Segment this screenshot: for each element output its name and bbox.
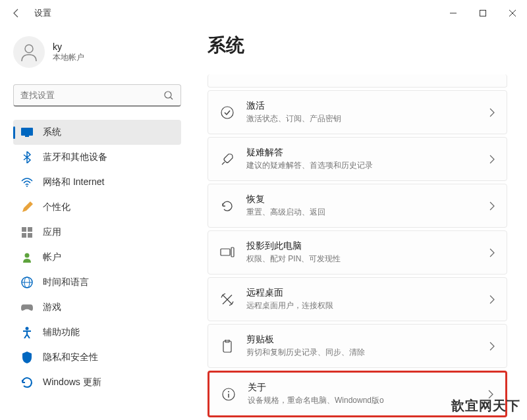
arrow-left-icon — [11, 8, 22, 18]
setting-desc: 建议的疑难解答、首选项和历史记录 — [246, 160, 478, 171]
svg-point-9 — [26, 186, 28, 187]
recovery-icon — [220, 199, 235, 213]
troubleshoot-icon — [220, 152, 235, 167]
network-icon — [21, 176, 33, 188]
setting-desc: 设备规格，重命名电脑、Windownd版o — [248, 395, 476, 406]
nav-item-gaming[interactable]: 游戏 — [13, 295, 181, 320]
setting-desc: 激活状态、订阅、产品密钥 — [246, 113, 478, 124]
setting-desc: 远程桌面用户，连接权限 — [246, 300, 478, 311]
minimize-button[interactable] — [438, 3, 468, 23]
time-icon — [21, 276, 33, 288]
setting-title: 投影到此电脑 — [246, 240, 478, 252]
svg-rect-12 — [22, 233, 26, 238]
chevron-right-icon — [489, 342, 495, 351]
chevron-right-icon — [489, 201, 495, 211]
update-icon — [21, 377, 33, 388]
system-icon — [21, 126, 33, 138]
search-box[interactable] — [13, 84, 181, 107]
setting-desc: 重置、高级启动、返回 — [246, 207, 478, 218]
remote-desktop-icon — [220, 292, 235, 307]
nav-label: 应用 — [43, 226, 61, 238]
watermark: 歆宜网天下 — [451, 397, 520, 415]
setting-title: 激活 — [246, 100, 478, 112]
user-section[interactable]: ky 本地帐户 — [13, 33, 181, 71]
svg-point-4 — [25, 45, 33, 53]
search-input[interactable] — [20, 90, 163, 100]
activation-icon — [220, 105, 235, 120]
chevron-right-icon — [489, 248, 495, 257]
back-button[interactable] — [7, 3, 26, 23]
setting-item-partial[interactable] — [208, 74, 507, 88]
projecting-icon — [220, 246, 235, 260]
nav-list: 系统 蓝牙和其他设备 网络和 Internet 个性化 应用 帐户 — [13, 120, 181, 395]
setting-item-activation[interactable]: 激活 激活状态、订阅、产品密钥 — [208, 90, 507, 134]
chevron-right-icon — [489, 295, 495, 304]
accessibility-icon — [21, 327, 33, 338]
account-type: 本地帐户 — [53, 52, 84, 63]
chevron-right-icon — [489, 155, 495, 164]
privacy-icon — [21, 352, 33, 363]
avatar — [13, 36, 45, 68]
chevron-right-icon — [489, 108, 495, 117]
maximize-button[interactable] — [468, 3, 497, 23]
nav-label: 蓝牙和其他设备 — [43, 151, 107, 163]
settings-list: 激活 激活状态、订阅、产品密钥 疑难解答 建议的疑难解答、首选项和历史记录 恢复 — [208, 74, 507, 417]
close-icon — [509, 10, 516, 16]
setting-title: 疑难解答 — [246, 147, 478, 159]
search-icon — [163, 90, 174, 101]
nav-item-time-language[interactable]: 时间和语言 — [13, 270, 181, 295]
setting-title: 关于 — [248, 382, 476, 394]
nav-label: 隐私和安全性 — [43, 352, 98, 363]
about-icon — [221, 387, 236, 402]
nav-label: 游戏 — [43, 302, 61, 313]
nav-item-system[interactable]: 系统 — [13, 120, 181, 145]
setting-desc: 剪切和复制历史记录、同步、清除 — [246, 347, 478, 358]
svg-point-14 — [25, 253, 30, 258]
nav-item-personalization[interactable]: 个性化 — [13, 195, 181, 220]
setting-item-projecting[interactable]: 投影到此电脑 权限、配对 PIN、可发现性 — [208, 230, 507, 275]
nav-item-windows-update[interactable]: Windows 更新 — [13, 370, 181, 395]
username: ky — [53, 41, 84, 52]
minimize-icon — [450, 10, 457, 16]
svg-rect-13 — [28, 233, 32, 238]
setting-item-recovery[interactable]: 恢复 重置、高级启动、返回 — [208, 184, 507, 228]
accounts-icon — [21, 251, 33, 263]
titlebar: 设置 — [0, 0, 527, 26]
nav-item-apps[interactable]: 应用 — [13, 220, 181, 245]
gaming-icon — [21, 302, 33, 313]
apps-icon — [21, 226, 33, 238]
setting-item-clipboard[interactable]: 剪贴板 剪切和复制历史记录、同步、清除 — [208, 324, 507, 368]
setting-item-troubleshoot[interactable]: 疑难解答 建议的疑难解答、首选项和历史记录 — [208, 137, 507, 181]
svg-line-6 — [171, 97, 173, 99]
svg-rect-7 — [21, 128, 33, 136]
bluetooth-icon — [21, 151, 33, 163]
clipboard-icon — [220, 339, 235, 354]
setting-item-remote-desktop[interactable]: 远程桌面 远程桌面用户，连接权限 — [208, 277, 507, 321]
sidebar: ky 本地帐户 系统 蓝牙和其他设备 网络和 Internet — [0, 26, 191, 420]
svg-point-5 — [165, 92, 171, 98]
nav-item-privacy[interactable]: 隐私和安全性 — [13, 345, 181, 370]
setting-title: 远程桌面 — [246, 287, 478, 299]
svg-rect-10 — [22, 227, 26, 232]
nav-item-accessibility[interactable]: 辅助功能 — [13, 320, 181, 345]
nav-item-network[interactable]: 网络和 Internet — [13, 170, 181, 195]
close-button[interactable] — [497, 3, 527, 23]
nav-label: Windows 更新 — [43, 377, 101, 388]
setting-desc: 权限、配对 PIN、可发现性 — [246, 253, 478, 265]
nav-label: 个性化 — [43, 201, 70, 213]
person-icon — [18, 41, 40, 63]
svg-point-27 — [228, 391, 229, 392]
nav-label: 网络和 Internet — [43, 176, 104, 188]
svg-rect-11 — [28, 227, 32, 232]
window-title: 设置 — [34, 7, 51, 19]
page-title: 系统 — [208, 33, 507, 58]
nav-item-accounts[interactable]: 帐户 — [13, 245, 181, 270]
svg-point-19 — [221, 107, 233, 118]
nav-label: 时间和语言 — [43, 276, 89, 288]
svg-rect-21 — [231, 248, 234, 257]
maximize-icon — [480, 10, 486, 16]
content: 系统 激活 激活状态、订阅、产品密钥 疑难解答 建议的疑难解答、首选项和历史记录 — [191, 26, 527, 420]
svg-rect-20 — [221, 249, 230, 255]
nav-label: 帐户 — [43, 251, 61, 263]
nav-item-bluetooth[interactable]: 蓝牙和其他设备 — [13, 145, 181, 170]
